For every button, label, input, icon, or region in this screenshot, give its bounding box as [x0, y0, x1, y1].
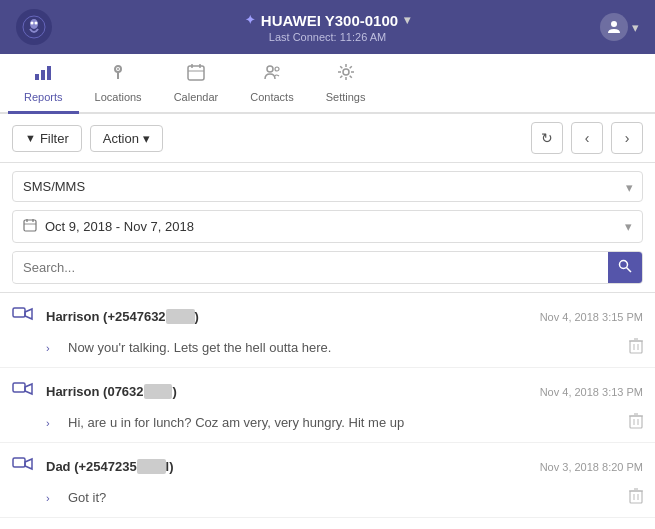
delete-button-1[interactable]: [629, 338, 643, 357]
device-title[interactable]: ✦ HUAWEI Y300-0100 ▾: [245, 12, 410, 29]
date-row: Oct 9, 2018 - Nov 7, 2018 ▾: [12, 210, 643, 243]
search-icon: [618, 259, 632, 276]
filters-panel: SMS/MMS Calls Emails Browser History ▾: [0, 163, 655, 293]
message-sender-1: Harrison (+2547632 ): [46, 309, 530, 324]
refresh-button[interactable]: ↻: [531, 122, 563, 154]
delete-button-3[interactable]: [629, 488, 643, 507]
tab-locations[interactable]: Locations: [79, 54, 158, 114]
message-header-2: Harrison (07632 ) Nov 4, 2018 3:13 PM: [0, 368, 655, 409]
svg-point-14: [267, 66, 273, 72]
tab-contacts[interactable]: Contacts: [234, 54, 309, 114]
refresh-icon: ↻: [541, 130, 553, 146]
nav-tabs: Reports Locations Calendar: [0, 54, 655, 114]
type-select-wrapper: SMS/MMS Calls Emails Browser History ▾: [12, 171, 643, 202]
action-button[interactable]: Action ▾: [90, 125, 163, 152]
settings-icon: [336, 62, 356, 87]
tab-locations-label: Locations: [95, 91, 142, 103]
svg-point-15: [275, 67, 279, 71]
toolbar: ▼ Filter Action ▾ ↻ ‹ ›: [0, 114, 655, 163]
filter-button[interactable]: ▼ Filter: [12, 125, 82, 152]
type-select[interactable]: SMS/MMS Calls Emails Browser History: [12, 171, 643, 202]
message-list: Harrison (+2547632 ) Nov 4, 2018 3:15 PM…: [0, 293, 655, 529]
delete-button-2[interactable]: [629, 413, 643, 432]
user-caret-icon: ▾: [632, 20, 639, 35]
tab-calendar-label: Calendar: [174, 91, 219, 103]
svg-point-2: [31, 22, 34, 25]
svg-point-4: [611, 21, 617, 27]
tab-reports[interactable]: Reports: [8, 54, 79, 114]
header-center: ✦ HUAWEI Y300-0100 ▾ Last Connect: 11:26…: [245, 12, 410, 43]
tab-contacts-label: Contacts: [250, 91, 293, 103]
contacts-icon: [262, 62, 282, 87]
svg-rect-17: [24, 220, 36, 231]
app-header: ✦ HUAWEI Y300-0100 ▾ Last Connect: 11:26…: [0, 0, 655, 54]
message-group-3: Dad (+2547235 l) Nov 3, 2018 8:20 PM › G…: [0, 443, 655, 518]
next-button[interactable]: ›: [611, 122, 643, 154]
message-sender-2: Harrison (07632 ): [46, 384, 530, 399]
svg-rect-35: [13, 458, 25, 467]
svg-point-21: [620, 261, 628, 269]
message-time-2: Nov 4, 2018 3:13 PM: [540, 386, 643, 398]
tab-reports-label: Reports: [24, 91, 63, 103]
svg-rect-29: [13, 383, 25, 392]
message-text-3: Got it?: [68, 490, 621, 505]
expand-arrow-2[interactable]: ›: [46, 417, 60, 429]
message-avatar-3: [12, 453, 36, 480]
message-header-3: Dad (+2547235 l) Nov 3, 2018 8:20 PM: [0, 443, 655, 484]
locations-icon: [108, 62, 128, 87]
sender-blur-1: [166, 309, 195, 324]
action-label: Action: [103, 131, 139, 146]
device-name: HUAWEI Y300-0100: [261, 12, 398, 29]
svg-rect-6: [41, 70, 45, 80]
prev-button[interactable]: ‹: [571, 122, 603, 154]
svg-rect-7: [47, 66, 51, 80]
message-body-1: › Now you'r talking. Lets get the hell o…: [0, 334, 655, 367]
svg-rect-23: [13, 308, 25, 317]
message-group-1: Harrison (+2547632 ) Nov 4, 2018 3:15 PM…: [0, 293, 655, 368]
svg-point-9: [117, 68, 119, 70]
tab-settings[interactable]: Settings: [310, 54, 382, 114]
message-header-1: Harrison (+2547632 ) Nov 4, 2018 3:15 PM: [0, 293, 655, 334]
svg-rect-10: [188, 66, 204, 80]
user-menu[interactable]: ▾: [600, 13, 639, 41]
date-calendar-icon: [23, 218, 37, 235]
message-sender-3: Dad (+2547235 l): [46, 459, 530, 474]
date-range-text: Oct 9, 2018 - Nov 7, 2018: [45, 219, 194, 234]
search-input[interactable]: [13, 253, 608, 282]
svg-point-16: [343, 69, 349, 75]
filter-icon: ▼: [25, 132, 36, 144]
svg-point-3: [35, 22, 38, 25]
svg-rect-36: [630, 491, 642, 503]
date-picker[interactable]: Oct 9, 2018 - Nov 7, 2018 ▾: [12, 210, 643, 243]
tab-settings-label: Settings: [326, 91, 366, 103]
message-avatar-1: [12, 303, 36, 330]
star-icon: ✦: [245, 13, 255, 27]
filter-label: Filter: [40, 131, 69, 146]
message-body-2: › Hi, are u in for lunch? Coz am very, v…: [0, 409, 655, 442]
action-caret-icon: ▾: [143, 131, 150, 146]
app-logo: [16, 9, 52, 45]
expand-arrow-3[interactable]: ›: [46, 492, 60, 504]
message-text-1: Now you'r talking. Lets get the hell out…: [68, 340, 621, 355]
svg-rect-30: [630, 416, 642, 428]
svg-line-22: [627, 268, 632, 273]
message-text-2: Hi, are u in for lunch? Coz am very, ver…: [68, 415, 621, 430]
calendar-icon: [186, 62, 206, 87]
message-time-3: Nov 3, 2018 8:20 PM: [540, 461, 643, 473]
message-group-2: Harrison (07632 ) Nov 4, 2018 3:13 PM › …: [0, 368, 655, 443]
expand-arrow-1[interactable]: ›: [46, 342, 60, 354]
search-button[interactable]: [608, 252, 642, 283]
sender-blur-3: [137, 459, 166, 474]
type-select-row: SMS/MMS Calls Emails Browser History ▾: [12, 171, 643, 202]
next-icon: ›: [625, 130, 630, 146]
message-time-1: Nov 4, 2018 3:15 PM: [540, 311, 643, 323]
sender-blur-2: [144, 384, 173, 399]
date-caret-icon: ▾: [625, 219, 632, 234]
svg-rect-24: [630, 341, 642, 353]
tab-calendar[interactable]: Calendar: [158, 54, 235, 114]
device-caret-icon: ▾: [404, 13, 410, 27]
reports-icon: [33, 62, 53, 87]
last-connect: Last Connect: 11:26 AM: [245, 31, 410, 43]
search-row: [12, 251, 643, 284]
prev-icon: ‹: [585, 130, 590, 146]
